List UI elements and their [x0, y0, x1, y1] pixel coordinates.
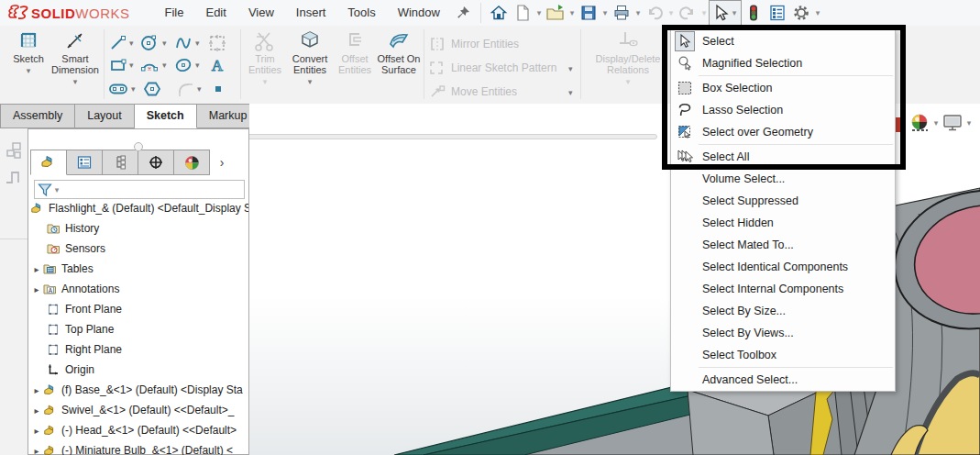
tab-dimxpertmanager[interactable]: [138, 150, 174, 175]
tree-item-head[interactable]: ▸ (-) Head_&<1> (Default) <<Default>: [30, 420, 248, 440]
rebuild-traffic-light-icon[interactable]: [743, 2, 765, 24]
offset-on-surface-button[interactable]: Offset On Surface: [376, 29, 422, 75]
tab-propertymanager[interactable]: [67, 150, 103, 175]
print-button[interactable]: [611, 2, 633, 24]
menu-item-select-by-views[interactable]: Select By Views...: [671, 322, 895, 344]
menu-item-advanced-select[interactable]: Advanced Select...: [671, 369, 895, 391]
sketch-button[interactable]: Sketch ▾: [6, 29, 51, 75]
convert-entities-button[interactable]: Convert Entities ▾: [287, 29, 333, 86]
offset-entities-button[interactable]: Offset Entities: [332, 29, 378, 75]
tree-item-right-plane[interactable]: Right Plane: [30, 339, 248, 360]
settings-dropdown[interactable]: ▾: [813, 8, 822, 17]
menu-item-magnified-selection[interactable]: Magnified Selection: [671, 52, 895, 74]
menu-item-select-toolbox[interactable]: Select Toolbox: [671, 344, 895, 366]
spline-tool-dropdown[interactable]: ▾: [195, 39, 200, 48]
save-button[interactable]: [578, 2, 600, 24]
print-dropdown[interactable]: ▾: [633, 8, 643, 17]
menu-item-select[interactable]: Select: [671, 30, 895, 52]
slot-tool[interactable]: [108, 79, 128, 99]
tree-item-swivel[interactable]: ▸ Swivel_&<1> (Default) <<Default>_: [30, 400, 248, 420]
tree-item-annotations[interactable]: ▸ A Annotations: [30, 279, 248, 299]
expander-icon[interactable]: ▸: [30, 426, 43, 436]
tree-item-tables[interactable]: ▸ Tables: [30, 259, 248, 279]
menu-item-select-by-size[interactable]: Select By Size...: [671, 300, 895, 322]
new-document-dropdown[interactable]: ▾: [534, 8, 544, 17]
menu-item-volume-select[interactable]: Volume Select...: [671, 168, 895, 190]
tab-configurationmanager[interactable]: [103, 150, 138, 175]
options-list-icon[interactable]: [766, 2, 788, 24]
pin-icon[interactable]: [452, 2, 474, 24]
display-delete-relations-button[interactable]: Display/Delete Relations ▾: [593, 29, 663, 86]
panel-collapse-knob[interactable]: [134, 142, 143, 151]
trim-entities-button[interactable]: Trim Entities ▾: [242, 29, 288, 86]
circle-tool-dropdown[interactable]: ▾: [162, 39, 167, 48]
polygon-tool[interactable]: [142, 79, 162, 99]
trim-entities-dropdown[interactable]: ▾: [242, 77, 288, 86]
text-tool[interactable]: A: [207, 55, 227, 75]
fillet-tool-dropdown[interactable]: ▾: [197, 84, 202, 94]
menu-item-select-identical-components[interactable]: Select Identical Components: [671, 256, 895, 278]
display-settings-icon[interactable]: [941, 112, 963, 134]
expander-icon[interactable]: ▸: [30, 405, 43, 416]
menu-edit[interactable]: Edit: [194, 0, 237, 26]
tree-item-sensors[interactable]: Sensors: [30, 239, 248, 259]
circle-tool[interactable]: [139, 33, 160, 53]
docked-panel-icon[interactable]: [5, 141, 25, 161]
tab-sketch[interactable]: Sketch: [135, 104, 197, 128]
convert-entities-dropdown[interactable]: ▾: [287, 77, 333, 86]
linear-sketch-pattern-dropdown[interactable]: ▾: [568, 64, 573, 73]
tree-item-history[interactable]: History: [30, 218, 248, 239]
menu-item-select-mated-to[interactable]: Select Mated To...: [671, 234, 895, 256]
ellipse-tool[interactable]: [173, 55, 193, 75]
tab-featuremanager-tree[interactable]: [30, 150, 67, 175]
menu-item-select-hidden[interactable]: Select Hidden: [671, 212, 895, 234]
slot-tool-dropdown[interactable]: ▾: [131, 84, 136, 94]
save-dropdown[interactable]: ▾: [600, 8, 610, 17]
appearance-dropdown[interactable]: ▾: [931, 118, 941, 128]
tree-item-base[interactable]: ▸ (f) Base_&<1> (Default) <Display Sta: [30, 380, 248, 400]
spline-tool[interactable]: [173, 33, 193, 53]
panel-tabs-expand-chevron[interactable]: ›: [210, 150, 234, 174]
menu-insert[interactable]: Insert: [285, 0, 337, 26]
settings-gear-icon[interactable]: [790, 2, 812, 24]
expander-icon[interactable]: ▸: [30, 385, 43, 395]
display-settings-dropdown[interactable]: ▾: [964, 118, 974, 128]
edit-appearance-icon[interactable]: [908, 112, 930, 134]
linear-sketch-pattern-button[interactable]: Linear Sketch Pattern: [429, 61, 556, 75]
move-entities-button[interactable]: Move Entities: [429, 84, 517, 99]
expander-icon[interactable]: ▸: [30, 284, 43, 294]
open-dropdown[interactable]: ▾: [567, 8, 577, 17]
tree-item-miniature-bulb[interactable]: ▸ (-) Miniature Bulb_&<1> (Default) <: [30, 440, 248, 455]
new-document-button[interactable]: [512, 2, 534, 24]
tree-item-top-plane[interactable]: Top Plane: [30, 319, 248, 339]
line-tool-dropdown[interactable]: ▾: [129, 39, 134, 48]
menu-item-select-internal-components[interactable]: Select Internal Components: [671, 278, 895, 300]
tree-item-origin[interactable]: Origin: [30, 360, 248, 380]
rectangle-tool[interactable]: [108, 55, 128, 75]
mirror-entities-button[interactable]: Mirror Entities: [429, 37, 519, 51]
point-tool[interactable]: [208, 79, 228, 99]
menu-item-box-selection[interactable]: Box Selection: [671, 77, 895, 99]
menu-tools[interactable]: Tools: [336, 0, 386, 26]
smart-dimension-button[interactable]: Smart Dimension ▾: [50, 29, 101, 86]
filter-dropdown[interactable]: ▾: [52, 185, 61, 194]
home-button[interactable]: [488, 2, 510, 24]
open-button[interactable]: [545, 2, 567, 24]
step-profile-icon[interactable]: [5, 169, 25, 185]
menu-window[interactable]: Window: [387, 0, 451, 26]
tab-displaymanager[interactable]: [174, 150, 210, 175]
tab-assembly[interactable]: Assembly: [0, 104, 75, 128]
select-tool-dropdown[interactable]: ▾: [730, 8, 739, 17]
undo-dropdown[interactable]: ▾: [666, 8, 676, 17]
move-entities-dropdown[interactable]: ▾: [568, 88, 573, 97]
menu-item-select-over-geometry[interactable]: Select over Geometry: [671, 121, 895, 143]
smart-dimension-dropdown[interactable]: ▾: [50, 77, 101, 86]
expander-icon[interactable]: ▸: [30, 446, 43, 455]
ellipse-tool-dropdown[interactable]: ▾: [195, 61, 200, 70]
fillet-tool[interactable]: [176, 79, 196, 99]
rectangle-tool-dropdown[interactable]: ▾: [129, 61, 134, 70]
redo-dropdown[interactable]: ▾: [699, 8, 709, 17]
display-delete-relations-dropdown[interactable]: ▾: [593, 77, 663, 86]
select-tool-button[interactable]: ▾: [709, 0, 742, 26]
line-tool[interactable]: [108, 33, 128, 53]
